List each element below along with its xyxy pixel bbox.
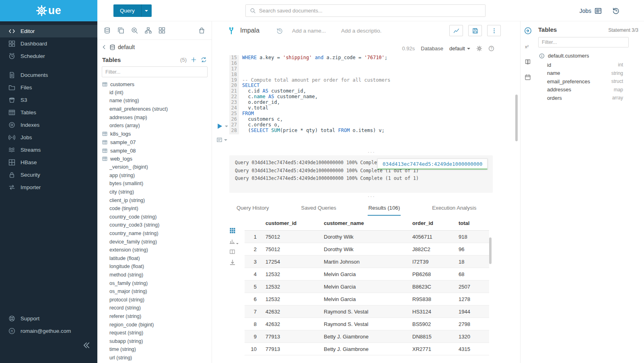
- assist-column-row[interactable]: addresses (map): [97, 113, 212, 122]
- code-line[interactable]: [242, 72, 514, 78]
- sidebar-item-dashboard[interactable]: Dashboard: [0, 37, 97, 50]
- database-breadcrumb[interactable]: default: [118, 44, 135, 50]
- schema-column-row[interactable]: idint: [547, 61, 623, 69]
- code-line[interactable]: c.orders o,: [242, 122, 514, 128]
- assist-column-row[interactable]: _version_ (bigint): [97, 163, 212, 171]
- editor-scrollbar[interactable]: [515, 95, 518, 141]
- columns-view-icon[interactable]: [229, 249, 235, 255]
- engine-title[interactable]: Impala: [240, 27, 259, 34]
- document-search-bar[interactable]: [245, 4, 486, 17]
- assist-column-row[interactable]: orders (array): [97, 122, 212, 130]
- schedule-icon[interactable]: [525, 74, 531, 80]
- code-line[interactable]: c.name AS customer_name,: [242, 94, 514, 100]
- assist-table-row[interactable]: sample_07: [97, 138, 212, 146]
- right-filter-input[interactable]: [538, 37, 629, 47]
- assist-toggle-icon[interactable]: [524, 27, 532, 35]
- tab-query-history[interactable]: Query History: [236, 202, 270, 216]
- assist-column-row[interactable]: email_preferences (struct): [97, 105, 212, 113]
- assist-column-row[interactable]: request (string): [97, 329, 212, 337]
- column-header[interactable]: customer_name: [317, 217, 406, 231]
- functions-icon[interactable]: x²: [525, 43, 531, 50]
- collapse-sidebar-icon[interactable]: [82, 341, 91, 350]
- assist-column-row[interactable]: country_code (string): [97, 213, 212, 221]
- code-line[interactable]: c.id AS customer_id,: [242, 89, 514, 94]
- assist-column-row[interactable]: os_family (string): [97, 279, 212, 287]
- assist-column-row[interactable]: url (string): [97, 354, 212, 362]
- execute-options-caret[interactable]: [225, 126, 228, 127]
- download-icon[interactable]: [229, 259, 236, 266]
- assist-column-row[interactable]: protocol (string): [97, 295, 212, 304]
- table-row[interactable]: 317254Martin JohnsonI72T3918: [245, 256, 489, 268]
- tab-execution-analysis[interactable]: Execution Analysis: [431, 202, 477, 216]
- code-line[interactable]: WHERE a.key = 'shipping' and a.zip_code …: [242, 55, 514, 61]
- assist-column-row[interactable]: code (tinyint): [97, 204, 212, 213]
- code-line[interactable]: [242, 66, 514, 72]
- sidebar-item-importer[interactable]: Importer: [0, 181, 97, 194]
- assist-column-row[interactable]: record (string): [97, 304, 212, 312]
- assist-column-row[interactable]: latitude (float): [97, 254, 212, 262]
- assist-column-row[interactable]: city (string): [97, 188, 212, 196]
- code-line[interactable]: SELECT: [242, 83, 514, 89]
- snippet-settings-icon[interactable]: [216, 137, 222, 143]
- assist-column-row[interactable]: extension (string): [97, 246, 212, 254]
- column-header[interactable]: total: [452, 217, 489, 231]
- assist-column-row[interactable]: bytes (smallint): [97, 179, 212, 188]
- schema-column-row[interactable]: addressesmap: [547, 86, 623, 94]
- documents-icon[interactable]: [117, 27, 124, 34]
- sidebar-item-scheduler[interactable]: Scheduler: [0, 50, 97, 62]
- sidebar-item-files[interactable]: Files: [0, 81, 97, 94]
- sidebar-item-streams[interactable]: Streams: [0, 144, 97, 156]
- assist-column-row[interactable]: device_family (string): [97, 237, 212, 246]
- chevron-left-icon[interactable]: [101, 44, 107, 50]
- grid-view-icon[interactable]: [229, 227, 236, 234]
- assist-table-row[interactable]: web_logs: [97, 155, 212, 163]
- database-select[interactable]: default: [449, 45, 470, 52]
- sidebar-item-s3[interactable]: S3: [0, 94, 97, 106]
- search-zoom-icon[interactable]: [131, 27, 138, 34]
- assist-column-row[interactable]: country_code3 (string): [97, 221, 212, 229]
- refresh-icon[interactable]: [201, 57, 207, 63]
- code-line[interactable]: FROM: [242, 111, 514, 117]
- assist-column-row[interactable]: app (string): [97, 171, 212, 180]
- sql-editor[interactable]: 1516171819202122232425262728 WHERE a.key…: [229, 55, 514, 134]
- settings-gear-icon[interactable]: [476, 45, 482, 52]
- schema-column-row[interactable]: namestring: [547, 69, 623, 78]
- assist-column-row[interactable]: method (string): [97, 271, 212, 279]
- code-line[interactable]: v.total: [242, 105, 514, 111]
- table-row[interactable]: 742632Raymond S. VestalHS31241944: [245, 305, 489, 318]
- assist-table-row[interactable]: k8s_logs: [97, 130, 212, 138]
- table-row[interactable]: 412532Melvin GarciaPB626868: [245, 268, 489, 280]
- code-line[interactable]: customers c,: [242, 117, 514, 122]
- active-table-name[interactable]: default.customers: [548, 53, 589, 59]
- assist-table-row[interactable]: customers: [97, 80, 212, 89]
- chart-button[interactable]: [449, 25, 463, 36]
- sidebar-item-support[interactable]: Support: [0, 312, 97, 325]
- snippet-history-icon[interactable]: [276, 27, 283, 34]
- tab-results-106-[interactable]: Results (106): [368, 202, 401, 216]
- help-icon[interactable]: ?: [488, 45, 494, 52]
- results-scrollbar[interactable]: [489, 237, 492, 264]
- info-icon[interactable]: [539, 53, 545, 59]
- sidebar-item-jobs[interactable]: Jobs: [0, 131, 97, 144]
- save-button[interactable]: [468, 25, 482, 36]
- sources-icon[interactable]: [104, 27, 111, 34]
- jobs-link[interactable]: Jobs: [579, 7, 602, 14]
- assist-column-row[interactable]: id (int): [97, 89, 212, 97]
- code-line[interactable]: (SELECT SUM(price * qty) total FROM o.it…: [242, 128, 514, 134]
- assist-column-row[interactable]: region_code (bigint): [97, 320, 212, 329]
- execute-button[interactable]: [216, 123, 223, 130]
- sitemap-icon[interactable]: [145, 27, 152, 34]
- table-row[interactable]: 1077913Betty J. GiambroneXR27714315: [245, 343, 489, 355]
- schema-column-row[interactable]: ordersarray: [547, 94, 623, 102]
- resize-handle[interactable]: [229, 194, 514, 199]
- assist-column-row[interactable]: longitude (float): [97, 262, 212, 271]
- language-reference-icon[interactable]: [525, 59, 531, 65]
- assist-column-row[interactable]: referer (string): [97, 312, 212, 321]
- assist-filter-input[interactable]: [102, 66, 208, 77]
- assist-column-row[interactable]: os_major (string): [97, 287, 212, 296]
- more-actions-button[interactable]: [487, 25, 501, 36]
- table-row[interactable]: 977913Betty J. GiambroneDN88151320: [245, 330, 489, 343]
- assist-column-row[interactable]: time (string): [97, 345, 212, 354]
- sidebar-item-indexes[interactable]: Indexes: [0, 119, 97, 131]
- resize-handle[interactable]: [229, 150, 514, 155]
